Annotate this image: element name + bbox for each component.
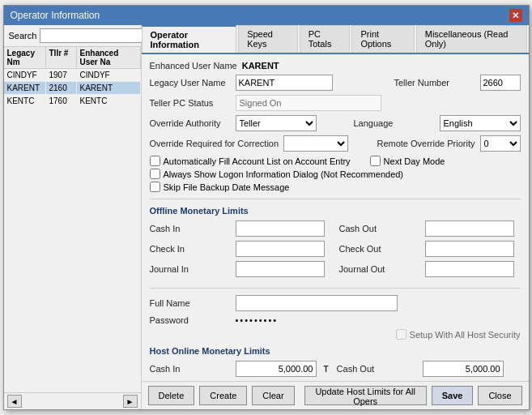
offline-limits-header: Offline Monetary Limits	[150, 206, 521, 216]
col-enhanced-header: Enhanced User Na	[77, 47, 141, 68]
content-area: Enhanced User Name KARENT Legacy User Na…	[142, 54, 529, 381]
delete-button[interactable]: Delete	[148, 386, 195, 405]
cell-enhanced: CINDYF	[77, 69, 141, 81]
save-button[interactable]: Save	[432, 386, 474, 405]
show-logon-label: Always Show Logon Information Dialog (No…	[164, 169, 404, 179]
list-header: Legacy Nm Tllr # Enhanced User Na	[4, 47, 141, 69]
list-item[interactable]: KARENT 2160 KARENT	[4, 82, 141, 95]
host-cash-in-row: Cash In T	[150, 361, 329, 377]
checkbox-row-2: Always Show Logon Information Dialog (No…	[150, 169, 521, 179]
teller-number-input[interactable]	[480, 75, 521, 91]
close-icon[interactable]: ✕	[509, 9, 522, 22]
show-logon-checkbox[interactable]	[150, 169, 160, 179]
tab-miscellaneous[interactable]: Miscellaneous (Read Only)	[416, 25, 527, 53]
offline-check-out-input[interactable]	[425, 241, 514, 257]
list-item[interactable]: CINDYF 1907 CINDYF	[4, 69, 141, 82]
offline-check-out-row: Check Out	[339, 241, 521, 257]
scroll-right-button[interactable]: ►	[123, 395, 138, 408]
override-authority-select[interactable]: Teller	[236, 115, 317, 131]
host-right: Cash Out Check Out Journal Out	[337, 361, 504, 381]
enhanced-user-name-row: Enhanced User Name KARENT	[150, 61, 521, 71]
setup-security-row: Setup With All Host Security	[150, 329, 521, 340]
language-select[interactable]: English	[440, 115, 521, 131]
enhanced-user-name-label: Enhanced User Name	[150, 61, 237, 71]
offline-cash-in-label: Cash In	[150, 224, 231, 233]
next-day-checkbox[interactable]	[370, 156, 381, 166]
tab-print-options[interactable]: Print Options	[351, 25, 414, 53]
offline-cash-out-input[interactable]	[425, 220, 514, 237]
offline-journal-in-input[interactable]	[236, 261, 325, 277]
checkbox-row-1: Automatically Fill Account List on Accou…	[150, 156, 521, 166]
col-legacy-header: Legacy Nm	[4, 47, 46, 68]
cash-in-t-label: T	[324, 365, 329, 374]
remote-override-select[interactable]: 0	[480, 135, 521, 152]
password-row: Password •••••••••	[150, 315, 521, 325]
legacy-teller-row: Legacy User Name Teller Number	[150, 75, 521, 91]
host-cash-out-input[interactable]	[423, 361, 504, 377]
scroll-buttons: ◄ ►	[4, 392, 141, 409]
dialog-title: Operator Information	[11, 10, 100, 21]
override-correction-label: Override Required for Correction	[150, 139, 279, 148]
offline-left: Cash In Check In Journal In	[150, 220, 331, 281]
footer-bar: Delete Create Clear Update Host Limits f…	[142, 381, 529, 409]
full-name-row: Full Name	[150, 295, 521, 311]
cell-tllr: 2160	[46, 82, 77, 94]
override-authority-label: Override Authority	[150, 118, 231, 128]
offline-journal-out-input[interactable]	[425, 261, 514, 277]
legacy-user-name-input[interactable]	[236, 75, 333, 91]
create-button[interactable]: Create	[199, 386, 247, 405]
host-limits-header: Host Online Monetary Limits	[150, 346, 521, 356]
host-cash-in-label: Cash In	[150, 364, 231, 374]
offline-journal-in-label: Journal In	[150, 264, 231, 274]
tab-operator-information[interactable]: Operator Information	[142, 25, 237, 53]
checkbox-row-3: Skip File Backup Date Message	[150, 182, 521, 192]
host-cash-in-input[interactable]	[236, 361, 317, 377]
search-input[interactable]	[40, 28, 156, 43]
operator-information-dialog: Operator Information ✕ Search Legacy Nm …	[3, 5, 530, 410]
offline-cash-in-input[interactable]	[236, 220, 325, 237]
offline-check-in-input[interactable]	[236, 241, 325, 257]
divider-2	[150, 288, 521, 289]
skip-file-backup-label: Skip File Backup Date Message	[164, 182, 290, 192]
teller-pc-status-label: Teller PC Status	[150, 98, 231, 108]
offline-journal-out-row: Journal Out	[339, 261, 521, 277]
close-dialog-button[interactable]: Close	[478, 386, 521, 405]
skip-file-backup-checkbox[interactable]	[150, 182, 160, 192]
offline-cash-out-label: Cash Out	[339, 224, 420, 233]
cell-tllr: 1760	[46, 95, 77, 107]
title-bar: Operator Information ✕	[4, 6, 529, 25]
full-name-input[interactable]	[236, 295, 398, 311]
offline-cash-in-row: Cash In	[150, 220, 331, 237]
cell-legacy: KENTC	[4, 95, 46, 107]
right-panel: Operator Information Speed Keys PC Total…	[142, 25, 529, 409]
host-cash-out-label: Cash Out	[337, 364, 418, 374]
auto-fill-label: Automatically Fill Account List on Accou…	[164, 156, 351, 166]
tab-pc-totals[interactable]: PC Totals	[300, 25, 351, 53]
teller-pc-status-value: Signed On	[236, 95, 381, 111]
cell-enhanced: KARENT	[77, 82, 141, 94]
teller-pc-status-row: Teller PC Status Signed On	[150, 95, 521, 111]
override-correction-row: Override Required for Correction Remote …	[150, 135, 521, 152]
host-left: Cash In T Check In T Journal In T	[150, 361, 329, 381]
setup-security-checkbox	[396, 329, 406, 340]
offline-check-out-label: Check Out	[339, 244, 420, 254]
offline-limits-grid: Cash In Check In Journal In	[150, 220, 521, 281]
list-item[interactable]: KENTC 1760 KENTC	[4, 95, 141, 108]
cell-tllr: 1907	[46, 69, 77, 81]
tab-speed-keys[interactable]: Speed Keys	[238, 25, 298, 53]
user-list: CINDYF 1907 CINDYF KARENT 2160 KARENT KE…	[4, 69, 141, 392]
remote-override-label: Remote Override Priority	[377, 139, 475, 148]
clear-button[interactable]: Clear	[252, 386, 294, 405]
scroll-left-button[interactable]: ◄	[7, 395, 22, 408]
auto-fill-checkbox[interactable]	[150, 156, 160, 166]
search-label: Search	[9, 31, 37, 41]
offline-cash-out-row: Cash Out	[339, 220, 521, 237]
override-correction-select[interactable]	[283, 135, 348, 152]
checkboxes-area: Automatically Fill Account List on Accou…	[150, 156, 521, 192]
enhanced-user-name-value: KARENT	[242, 61, 279, 71]
next-day-label: Next Day Mode	[384, 156, 445, 166]
update-host-limits-button[interactable]: Update Host Limits for All Opers	[304, 386, 427, 405]
cell-legacy: KARENT	[4, 82, 46, 94]
setup-security-label: Setup With All Host Security	[410, 330, 521, 340]
tab-bar: Operator Information Speed Keys PC Total…	[142, 25, 529, 54]
